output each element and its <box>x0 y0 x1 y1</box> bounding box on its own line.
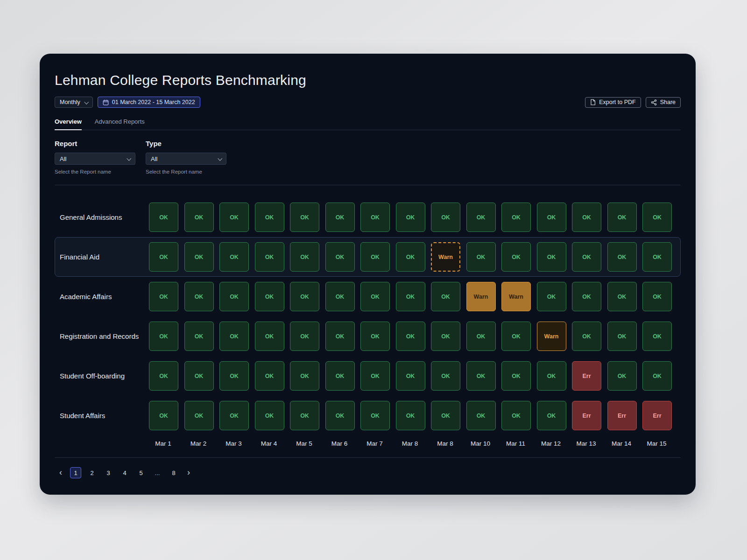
status-tile-ok[interactable]: OK <box>607 203 637 232</box>
status-tile-ok[interactable]: OK <box>501 203 531 232</box>
status-tile-ok[interactable]: OK <box>642 322 672 351</box>
status-tile-err[interactable]: Err <box>607 401 637 430</box>
status-tile-ok[interactable]: OK <box>537 282 566 311</box>
status-tile-ok[interactable]: OK <box>642 242 672 272</box>
status-tile-ok[interactable]: OK <box>149 242 178 272</box>
status-tile-ok[interactable]: OK <box>396 322 425 351</box>
prev-page-button[interactable]: ‹ <box>56 468 65 478</box>
period-dropdown[interactable]: Monthly <box>55 97 93 108</box>
status-tile-err[interactable]: Err <box>572 361 601 391</box>
status-tile-warn-dashed[interactable]: Warn <box>431 242 460 272</box>
status-tile-ok[interactable]: OK <box>537 203 566 232</box>
status-tile-ok[interactable]: OK <box>572 203 601 232</box>
status-tile-ok[interactable]: OK <box>431 401 460 430</box>
status-tile-ok[interactable]: OK <box>360 282 390 311</box>
status-tile-ok[interactable]: OK <box>149 361 178 391</box>
status-tile-ok[interactable]: OK <box>184 322 214 351</box>
status-tile-warn-outline[interactable]: Warn <box>537 322 566 351</box>
status-tile-ok[interactable]: OK <box>325 282 355 311</box>
status-tile-warn[interactable]: Warn <box>466 282 496 311</box>
status-tile-ok[interactable]: OK <box>290 203 319 232</box>
report-select[interactable]: All <box>55 153 135 165</box>
grid-row[interactable]: Financial AidOKOKOKOKOKOKOKOKWarnOKOKOKO… <box>55 237 681 277</box>
status-tile-ok[interactable]: OK <box>255 203 284 232</box>
status-tile-ok[interactable]: OK <box>290 401 319 430</box>
page-button[interactable]: 4 <box>119 467 130 478</box>
status-tile-ok[interactable]: OK <box>431 322 460 351</box>
status-tile-err[interactable]: Err <box>572 401 601 430</box>
status-tile-ok[interactable]: OK <box>360 242 390 272</box>
status-tile-ok[interactable]: OK <box>431 361 460 391</box>
status-tile-ok[interactable]: OK <box>219 203 249 232</box>
status-tile-ok[interactable]: OK <box>184 282 214 311</box>
tab-overview[interactable]: Overview <box>55 118 82 130</box>
status-tile-ok[interactable]: OK <box>466 203 496 232</box>
status-tile-warn[interactable]: Warn <box>501 282 531 311</box>
status-tile-ok[interactable]: OK <box>325 203 355 232</box>
status-tile-ok[interactable]: OK <box>396 203 425 232</box>
status-tile-ok[interactable]: OK <box>466 242 496 272</box>
status-tile-ok[interactable]: OK <box>360 322 390 351</box>
status-tile-ok[interactable]: OK <box>149 322 178 351</box>
status-tile-ok[interactable]: OK <box>255 401 284 430</box>
tab-advanced-reports[interactable]: Advanced Reports <box>95 118 145 130</box>
status-tile-ok[interactable]: OK <box>290 282 319 311</box>
date-range-picker[interactable]: 01 March 2022 - 15 March 2022 <box>98 97 200 108</box>
status-tile-ok[interactable]: OK <box>255 361 284 391</box>
status-tile-ok[interactable]: OK <box>642 361 672 391</box>
status-tile-ok[interactable]: OK <box>466 401 496 430</box>
status-tile-err[interactable]: Err <box>642 401 672 430</box>
status-tile-ok[interactable]: OK <box>572 282 601 311</box>
status-tile-ok[interactable]: OK <box>360 361 390 391</box>
status-tile-ok[interactable]: OK <box>607 282 637 311</box>
status-tile-ok[interactable]: OK <box>149 282 178 311</box>
status-tile-ok[interactable]: OK <box>325 242 355 272</box>
status-tile-ok[interactable]: OK <box>255 242 284 272</box>
status-tile-ok[interactable]: OK <box>572 242 601 272</box>
type-select[interactable]: All <box>146 153 226 165</box>
next-page-button[interactable]: › <box>184 468 193 478</box>
status-tile-ok[interactable]: OK <box>642 203 672 232</box>
page-button[interactable]: 3 <box>103 467 114 478</box>
page-button[interactable]: 1 <box>70 467 81 478</box>
status-tile-ok[interactable]: OK <box>396 401 425 430</box>
status-tile-ok[interactable]: OK <box>184 401 214 430</box>
export-pdf-button[interactable]: Export to PDF <box>585 97 641 108</box>
status-tile-ok[interactable]: OK <box>325 401 355 430</box>
status-tile-ok[interactable]: OK <box>572 322 601 351</box>
status-tile-ok[interactable]: OK <box>219 322 249 351</box>
status-tile-ok[interactable]: OK <box>290 361 319 391</box>
status-tile-ok[interactable]: OK <box>255 282 284 311</box>
status-tile-ok[interactable]: OK <box>501 401 531 430</box>
status-tile-ok[interactable]: OK <box>184 361 214 391</box>
status-tile-ok[interactable]: OK <box>466 322 496 351</box>
status-tile-ok[interactable]: OK <box>396 242 425 272</box>
status-tile-ok[interactable]: OK <box>219 401 249 430</box>
page-button[interactable]: 5 <box>135 467 147 478</box>
status-tile-ok[interactable]: OK <box>325 322 355 351</box>
page-button[interactable]: 2 <box>86 467 98 478</box>
status-tile-ok[interactable]: OK <box>501 242 531 272</box>
status-tile-ok[interactable]: OK <box>537 361 566 391</box>
page-button[interactable]: 8 <box>168 467 179 478</box>
status-tile-ok[interactable]: OK <box>184 242 214 272</box>
status-tile-ok[interactable]: OK <box>325 361 355 391</box>
status-tile-ok[interactable]: OK <box>290 322 319 351</box>
status-tile-ok[interactable]: OK <box>219 242 249 272</box>
status-tile-ok[interactable]: OK <box>501 361 531 391</box>
status-tile-ok[interactable]: OK <box>431 282 460 311</box>
status-tile-ok[interactable]: OK <box>642 282 672 311</box>
status-tile-ok[interactable]: OK <box>607 361 637 391</box>
status-tile-ok[interactable]: OK <box>396 361 425 391</box>
status-tile-ok[interactable]: OK <box>466 361 496 391</box>
status-tile-ok[interactable]: OK <box>149 401 178 430</box>
status-tile-ok[interactable]: OK <box>607 242 637 272</box>
status-tile-ok[interactable]: OK <box>607 322 637 351</box>
status-tile-ok[interactable]: OK <box>537 401 566 430</box>
status-tile-ok[interactable]: OK <box>149 203 178 232</box>
status-tile-ok[interactable]: OK <box>537 242 566 272</box>
status-tile-ok[interactable]: OK <box>501 322 531 351</box>
status-tile-ok[interactable]: OK <box>396 282 425 311</box>
status-tile-ok[interactable]: OK <box>219 282 249 311</box>
status-tile-ok[interactable]: OK <box>219 361 249 391</box>
